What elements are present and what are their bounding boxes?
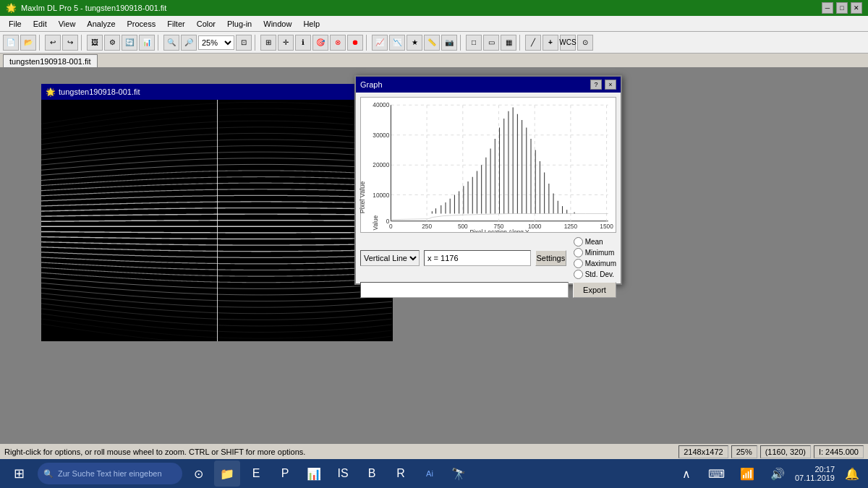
taskbar-maxim[interactable]: 🔭	[446, 461, 472, 487]
graph-help-button[interactable]: ?	[590, 80, 602, 90]
maximize-button[interactable]: □	[836, 2, 848, 14]
taskbar-s[interactable]: 📊	[301, 461, 327, 487]
svg-text:1500: 1500	[600, 223, 613, 230]
taskbar-b[interactable]: B	[359, 461, 385, 487]
open-fits-button[interactable]: 🖼	[87, 35, 103, 51]
photo-button[interactable]: 📷	[441, 35, 457, 51]
menu-plugin[interactable]: Plug-in	[221, 18, 258, 30]
menu-bar: File Edit View Analyze Process Filter Co…	[0, 16, 868, 32]
chart-button[interactable]: 📈	[372, 35, 388, 51]
hist-button[interactable]: 📉	[389, 35, 405, 51]
export-button[interactable]: Export	[573, 282, 616, 298]
graph-value-input[interactable]	[360, 282, 569, 298]
taskbar-chevron[interactable]: ∧	[673, 461, 699, 487]
crosshair-vertical	[217, 100, 218, 341]
settings-button[interactable]: Settings	[535, 250, 566, 266]
mean-radio-label[interactable]: Mean	[574, 237, 616, 247]
keyboard-icon[interactable]: ⌨	[704, 461, 730, 487]
graph-dialog: Graph ? × Pixel Value	[354, 75, 622, 285]
separator-1	[39, 35, 42, 51]
main-area: 🌟 tungsten190918-001.fit _ □ Graph ? × P	[0, 68, 868, 443]
notification-button[interactable]: 🔔	[839, 461, 865, 487]
task-view-button[interactable]: ⊙	[185, 461, 211, 487]
minimize-button[interactable]: ─	[822, 2, 833, 14]
zoom-in-button[interactable]: 🔎	[181, 35, 197, 51]
line-type-select[interactable]: Vertical Line	[360, 250, 420, 266]
batch-button[interactable]: ⚙	[104, 35, 120, 51]
svg-text:250: 250	[422, 223, 432, 230]
taskbar-right: ∧ ⌨ 📶 🔊 20:17 07.11.2019 🔔	[673, 461, 865, 487]
line-button[interactable]: ╱	[525, 35, 541, 51]
start-button[interactable]: ⊞	[3, 461, 35, 487]
menu-window[interactable]: Window	[258, 18, 297, 30]
image-canvas[interactable]	[41, 100, 393, 341]
menu-filter[interactable]: Filter	[161, 18, 190, 30]
stddev-radio[interactable]	[574, 270, 583, 279]
menu-view[interactable]: View	[53, 18, 82, 30]
new-button[interactable]: 📄	[3, 35, 19, 51]
stddev-radio-label[interactable]: Std. Dev.	[574, 270, 616, 279]
redo-button[interactable]: ↪	[62, 35, 78, 51]
image-title: tungsten190918-001.fit	[59, 87, 140, 96]
clock-time: 20:17	[795, 465, 835, 474]
app-icon: 🌟	[6, 3, 17, 13]
mean-label: Mean	[585, 238, 603, 246]
star-button[interactable]: ★	[407, 35, 422, 51]
mean-radio[interactable]	[574, 237, 583, 247]
rect-button[interactable]: ▭	[483, 35, 499, 51]
maximum-radio-label[interactable]: Maximum	[574, 259, 616, 268]
convert-button[interactable]: 🔄	[122, 35, 137, 51]
title-bar: 🌟 MaxIm DL Pro 5 - tungsten190918-001.fi…	[0, 0, 868, 16]
taskbar-r[interactable]: R	[388, 461, 414, 487]
stretch-button[interactable]: 📊	[139, 35, 155, 51]
line-value-input[interactable]	[424, 250, 531, 266]
calibrate-button[interactable]: 🎯	[312, 35, 328, 51]
graph-close-button[interactable]: ×	[605, 80, 616, 90]
taskbar-e[interactable]: E	[243, 461, 269, 487]
image-icon: 🌟	[46, 87, 56, 97]
tab-label: tungsten190918-001.fit	[9, 57, 91, 66]
separator-6	[460, 35, 463, 51]
info-button[interactable]: ℹ	[295, 35, 311, 51]
wcs-button[interactable]: WCS	[560, 35, 576, 51]
graph-title: Graph	[360, 80, 383, 89]
chart-svg: 0 10000 20000 30000 40000 0 250 500 750 …	[361, 98, 616, 232]
menu-color[interactable]: Color	[191, 18, 221, 30]
close-button[interactable]: ✕	[851, 2, 862, 14]
maximum-radio[interactable]	[574, 259, 583, 268]
menu-edit[interactable]: Edit	[27, 18, 53, 30]
separator-5	[366, 35, 369, 51]
status-zoom: 25%	[731, 445, 757, 458]
minimum-radio-label[interactable]: Minimum	[574, 248, 616, 257]
record-button[interactable]: ⏺	[347, 35, 363, 51]
open-button[interactable]: 📂	[20, 35, 36, 51]
menu-help[interactable]: Help	[297, 18, 326, 30]
zoom-out-button[interactable]: 🔍	[163, 35, 179, 51]
status-bar: Right-click for options, or roll mouse w…	[0, 443, 868, 459]
taskbar-isis[interactable]: IS	[330, 461, 356, 487]
menu-file[interactable]: File	[3, 18, 27, 30]
minimum-radio[interactable]	[574, 248, 583, 257]
extra-button[interactable]: ▦	[501, 35, 516, 51]
square-button[interactable]: □	[466, 35, 482, 51]
plus-button[interactable]: +	[542, 35, 558, 51]
crosshair-button[interactable]: ✛	[278, 35, 294, 51]
undo-button[interactable]: ↩	[45, 35, 61, 51]
taskbar-p[interactable]: P	[272, 461, 298, 487]
search-box[interactable]: 🔍 Zur Suche Text hier eingeben	[38, 463, 182, 484]
volume-icon[interactable]: 🔊	[765, 461, 791, 487]
explorer-button[interactable]: 📁	[214, 461, 240, 487]
menu-analyze[interactable]: Analyze	[81, 18, 121, 30]
taskbar-logo[interactable]: Ai	[417, 461, 443, 487]
graph-radio-group: Mean Minimum Maximum Std. Dev.	[574, 237, 616, 279]
aperture-button[interactable]: ⊙	[577, 35, 593, 51]
menu-process[interactable]: Process	[122, 18, 162, 30]
zoom-select[interactable]: 25% 50% 100%	[198, 35, 234, 50]
network-icon[interactable]: 📶	[734, 461, 760, 487]
grid-button[interactable]: ⊞	[260, 35, 276, 51]
measure-button[interactable]: 📏	[424, 35, 440, 51]
svg-text:1250: 1250	[564, 223, 578, 230]
zoom-fit-button[interactable]: ⊡	[236, 35, 252, 51]
image-tab[interactable]: tungsten190918-001.fit	[3, 54, 98, 67]
stop-button[interactable]: ⊗	[330, 35, 346, 51]
